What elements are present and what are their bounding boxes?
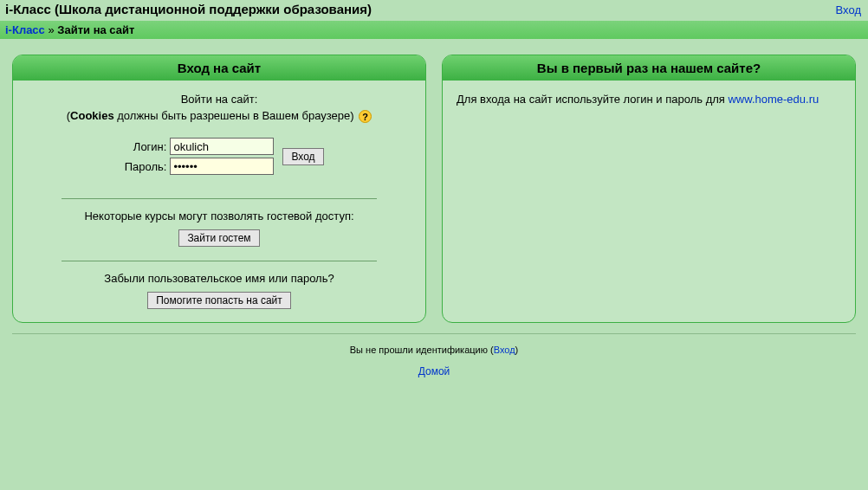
breadcrumb: i-Класс » Зайти на сайт xyxy=(0,21,868,39)
help-icon[interactable]: ? xyxy=(359,110,372,123)
divider xyxy=(62,198,377,199)
login-box-title: Вход на сайт xyxy=(13,55,425,81)
password-label: Пароль: xyxy=(114,160,166,173)
footer-login-link[interactable]: Вход xyxy=(494,345,515,355)
divider xyxy=(62,261,377,261)
guest-access-text: Некоторые курсы могут позволять гостевой… xyxy=(27,210,411,222)
breadcrumb-separator: » xyxy=(48,23,54,36)
login-button[interactable]: Вход xyxy=(282,148,323,165)
footer-status-suffix: ) xyxy=(515,345,519,355)
firsttime-text: Для входа на сайт используйте логин и па… xyxy=(457,93,728,106)
username-input[interactable] xyxy=(170,138,274,155)
cookies-bold: Cookies xyxy=(70,109,114,122)
breadcrumb-root-link[interactable]: i-Класс xyxy=(5,23,45,36)
forgot-credentials-text: Забыли пользовательское имя или пароль? xyxy=(27,272,411,285)
footer-login-status: Вы не прошли идентификацию (Вход) xyxy=(0,341,868,358)
cookies-notice: (Cookies должны быть разрешены в Вашем б… xyxy=(27,109,411,123)
username-label: Логин: xyxy=(114,140,166,153)
firsttime-box: Вы в первый раз на нашем сайте? Для вход… xyxy=(442,55,856,323)
breadcrumb-current: Зайти на сайт xyxy=(57,23,134,36)
footer-status-prefix: Вы не прошли идентификацию ( xyxy=(350,345,494,355)
home-edu-link[interactable]: www.home-edu.ru xyxy=(728,93,819,106)
password-input[interactable] xyxy=(170,158,274,175)
firsttime-box-title: Вы в первый раз на нашем сайте? xyxy=(443,55,855,81)
help-access-button[interactable]: Помогите попасть на сайт xyxy=(147,292,291,309)
page-title: i-Класс (Школа дистанционной поддержки о… xyxy=(5,2,372,16)
login-instruction: Войти на сайт: xyxy=(27,93,411,106)
header-login-link[interactable]: Вход xyxy=(836,3,861,16)
footer-home-link[interactable]: Домой xyxy=(418,365,450,377)
guest-login-button[interactable]: Зайти гостем xyxy=(178,229,259,247)
login-box: Вход на сайт Войти на сайт: (Cookies дол… xyxy=(12,55,426,323)
cookies-rest: должны быть разрешены в Вашем браузере) xyxy=(114,109,354,122)
footer-separator xyxy=(12,333,856,334)
